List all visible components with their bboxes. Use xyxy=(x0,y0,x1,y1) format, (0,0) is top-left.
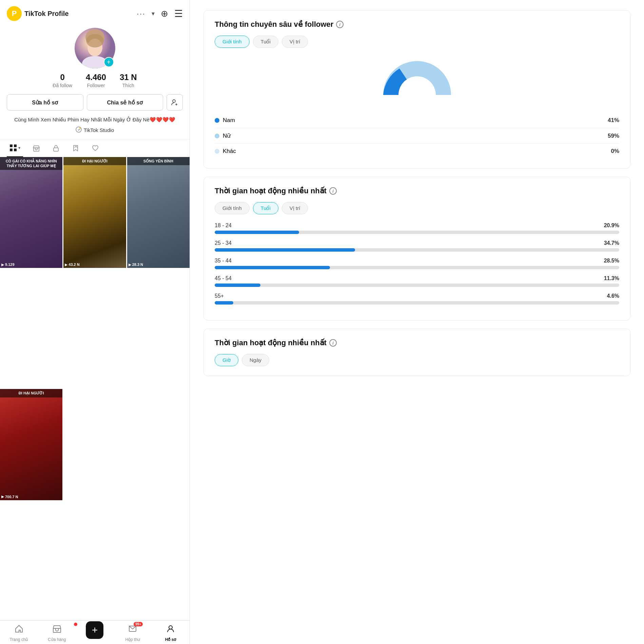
nav-shop-label: Cửa hàng xyxy=(48,637,66,642)
gender-label-khac: Khác xyxy=(215,148,236,155)
filter-tab-hour[interactable]: Giờ xyxy=(215,354,238,366)
tab-bookmark[interactable] xyxy=(69,140,82,157)
video-count-4: 700.7 N xyxy=(5,495,18,499)
svg-point-17 xyxy=(169,626,172,629)
bar-track-25-34 xyxy=(215,248,619,252)
age-header-25-34: 25 - 34 34.7% xyxy=(215,240,619,246)
nav-profile[interactable]: Hồ sơ xyxy=(152,624,190,642)
nav-home[interactable]: Trang chủ xyxy=(0,624,38,642)
age-pct-25-34: 34.7% xyxy=(604,240,619,246)
chevron-down-icon[interactable]: ▾ xyxy=(152,10,155,17)
create-button[interactable]: + xyxy=(86,621,103,639)
age-range-45-54: 45 - 54 xyxy=(215,275,232,281)
svg-rect-11 xyxy=(14,144,17,147)
video-count-3: 28.3 N xyxy=(132,262,143,267)
svg-rect-12 xyxy=(10,149,13,151)
dots-menu-icon[interactable]: ··· xyxy=(137,9,145,18)
filter-tab-age-1[interactable]: Tuổi xyxy=(253,36,278,48)
age-row-35-44: 35 - 44 28.5% xyxy=(215,258,619,269)
svg-rect-15 xyxy=(54,148,58,151)
bar-track-35-44 xyxy=(215,266,619,269)
filter-tab-gender-1[interactable]: Giới tính xyxy=(215,36,250,48)
connect-icon[interactable]: ⊕ xyxy=(161,8,168,19)
active-time-section-2: Thời gian hoạt động nhiều nhất i Giờ Ngà… xyxy=(203,329,630,376)
follow-label: Đã follow xyxy=(53,83,72,88)
nav-inbox[interactable]: 99+ Hộp thư xyxy=(114,624,152,642)
gender-label-nam: Nam xyxy=(215,117,235,124)
svg-point-4 xyxy=(86,34,104,47)
nav-right: ··· ▾ ⊕ ☰ xyxy=(137,8,183,19)
nav-shop[interactable]: Cửa hàng xyxy=(38,624,76,642)
add-friend-button[interactable] xyxy=(167,94,183,111)
nu-dot xyxy=(215,134,219,138)
age-row-18-24: 18 - 24 20.9% xyxy=(215,222,619,234)
age-header-18-24: 18 - 24 20.9% xyxy=(215,222,619,229)
active-time-info-icon[interactable]: i xyxy=(329,187,337,195)
bottom-nav: Trang chủ Cửa hàng + xyxy=(0,620,190,644)
gender-row-khac: Khác 0% xyxy=(215,144,619,159)
action-row: Sửa hồ sơ Chia sẻ hồ sơ xyxy=(7,94,183,111)
age-header-45-54: 45 - 54 11.3% xyxy=(215,275,619,281)
follower-section-title: Thông tin chuyên sâu về follower i xyxy=(215,20,619,29)
follower-label: Follower xyxy=(86,83,106,88)
age-range-35-44: 35 - 44 xyxy=(215,258,232,264)
age-header-55plus: 55+ 4.6% xyxy=(215,293,619,299)
svg-rect-14 xyxy=(34,148,39,151)
age-row-55plus: 55+ 4.6% xyxy=(215,293,619,305)
bar-fill-35-44 xyxy=(215,266,330,269)
filter-tab-location-1[interactable]: Vị trí xyxy=(282,36,308,48)
nav-inbox-label: Hộp thư xyxy=(125,637,140,642)
nav-create[interactable]: + xyxy=(76,624,114,642)
play-icon-4: ▶ xyxy=(1,495,4,499)
content-tabs: ▾ xyxy=(0,139,190,157)
tab-heart[interactable] xyxy=(89,140,102,157)
follower-info-section: Thông tin chuyên sâu về follower i Giới … xyxy=(203,10,630,169)
video-thumb-4[interactable]: ĐI HẠI NGƯỜI ▶ 700.7 N xyxy=(0,389,62,500)
likes-stat: 31 N Thích xyxy=(120,73,137,88)
nav-left: P TikTok Profile xyxy=(7,6,69,21)
age-range-25-34: 25 - 34 xyxy=(215,240,232,246)
tab-lock[interactable] xyxy=(50,140,62,157)
play-icon-2: ▶ xyxy=(65,263,67,267)
play-icon-3: ▶ xyxy=(129,263,131,267)
age-header-35-44: 35 - 44 28.5% xyxy=(215,258,619,264)
filter-tab-location-2[interactable]: Vị trí xyxy=(282,202,308,214)
share-profile-button[interactable]: Chia sẻ hồ sơ xyxy=(87,94,163,111)
tab-shop[interactable] xyxy=(30,140,43,157)
p-badge: P xyxy=(7,6,22,21)
age-bars: 18 - 24 20.9% 25 - 34 34.7% 35 - 44 xyxy=(215,222,619,305)
edit-profile-button[interactable]: Sửa hồ sơ xyxy=(7,94,83,111)
khac-dot xyxy=(215,149,219,154)
nam-pct: 41% xyxy=(608,117,619,124)
video-thumb-3[interactable]: SỐNG YÊN BÌNH ▶ 28.3 N xyxy=(127,157,190,268)
grid-tab-dropdown[interactable]: ▾ xyxy=(18,145,20,150)
video-thumb-2[interactable]: ĐI HẠI NGƯỜI ▶ 43.2 N xyxy=(63,157,126,268)
inbox-icon xyxy=(128,625,137,636)
age-row-45-54: 45 - 54 11.3% xyxy=(215,275,619,287)
follower-info-icon[interactable]: i xyxy=(336,21,344,28)
video-grid: CÔ GÁI CÓ KHẢ NĂNG NHÌN THẤY TƯƠNG LAI G… xyxy=(0,157,190,621)
filter-tab-age-2[interactable]: Tuổi xyxy=(253,202,278,214)
inbox-badge: 99+ xyxy=(134,622,143,626)
svg-point-9 xyxy=(79,127,81,129)
video-stats-2: ▶ 43.2 N xyxy=(65,262,79,267)
video-count-1: 9.129 xyxy=(5,262,15,267)
play-icon-1: ▶ xyxy=(1,263,4,267)
left-panel: P TikTok Profile ··· ▾ ⊕ ☰ xyxy=(0,0,190,644)
gender-row-nu: Nữ 59% xyxy=(215,128,619,144)
video-banner-4: ĐI HẠI NGƯỜI xyxy=(0,389,62,397)
tiktok-studio[interactable]: TikTok Studio xyxy=(76,126,114,134)
tab-grid[interactable]: ▾ xyxy=(7,139,23,157)
khac-pct: 0% xyxy=(611,148,619,155)
video-thumb-1[interactable]: CÔ GÁI CÓ KHẢ NĂNG NHÌN THẤY TƯƠNG LAI G… xyxy=(0,157,62,268)
age-pct-55plus: 4.6% xyxy=(607,293,619,299)
add-avatar-button[interactable]: + xyxy=(104,57,114,67)
bar-track-18-24 xyxy=(215,231,619,234)
active-time-info-icon-2[interactable]: i xyxy=(329,339,337,347)
filter-tab-gender-2[interactable]: Giới tính xyxy=(215,202,250,214)
right-panel: Thông tin chuyên sâu về follower i Giới … xyxy=(190,0,644,644)
khac-text: Khác xyxy=(223,148,236,155)
hamburger-menu-icon[interactable]: ☰ xyxy=(174,8,183,19)
filter-tab-day[interactable]: Ngày xyxy=(242,354,269,366)
svg-rect-13 xyxy=(14,149,17,151)
